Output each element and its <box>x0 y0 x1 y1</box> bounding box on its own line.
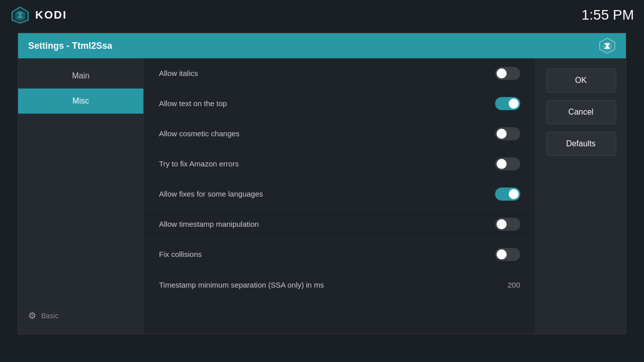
dialog-header: Settings - Ttml2Ssa <box>18 33 626 58</box>
toggle-knob-allow-cosmetic <box>497 129 507 139</box>
kodi-logo-icon <box>10 5 30 25</box>
toggle-timestamp-manip[interactable] <box>495 218 520 231</box>
setting-label-fix-collisions: Fix collisions <box>159 250 202 258</box>
toggle-fix-amazon[interactable] <box>495 157 520 170</box>
toggle-knob-fix-amazon <box>497 159 507 169</box>
setting-label-allow-cosmetic: Allow cosmetic changes <box>159 129 239 138</box>
setting-label-allow-italics: Allow italics <box>159 69 198 77</box>
setting-row-fix-collisions: Fix collisions <box>144 239 535 269</box>
setting-label-timestamp-manip: Allow timestamp manipulation <box>159 220 259 228</box>
toggle-allow-italics[interactable] <box>495 67 520 80</box>
dialog-title: Settings - Ttml2Ssa <box>28 41 112 51</box>
setting-row-allow-text-top: Allow text on the top <box>144 88 535 119</box>
right-panel: OK Cancel Defaults <box>535 58 626 334</box>
toggle-knob-fix-collisions <box>497 249 507 259</box>
ok-button[interactable]: OK <box>546 68 616 93</box>
kodi-header-icon <box>599 37 616 54</box>
setting-label-fixes-languages: Allow fixes for some languages <box>159 190 263 198</box>
settings-content: Allow italics Allow text on the top Allo… <box>144 58 535 334</box>
setting-label-fix-amazon: Try to fix Amazon errors <box>159 159 239 168</box>
dialog-body: Main Misc ⚙ Basic Allow italics Allow te… <box>18 58 626 334</box>
setting-row-allow-cosmetic: Allow cosmetic changes <box>144 119 535 149</box>
settings-dialog: Settings - Ttml2Ssa Main Misc ⚙ Basic <box>18 33 626 334</box>
time-display: 1:55 PM <box>582 7 634 23</box>
sidebar-bottom-label: Basic <box>41 312 58 320</box>
sidebar-item-main[interactable]: Main <box>18 63 143 88</box>
sidebar-item-misc[interactable]: Misc <box>18 88 143 114</box>
setting-row-allow-italics: Allow italics <box>144 58 535 88</box>
sidebar-bottom: ⚙ Basic <box>18 303 143 329</box>
toggle-fixes-languages[interactable] <box>495 188 520 201</box>
toggle-knob-allow-italics <box>497 68 507 78</box>
app-name: KODI <box>35 9 67 22</box>
setting-row-timestamp-sep: Timestamp minimum separation (SSA only) … <box>144 269 535 300</box>
toggle-allow-text-top[interactable] <box>495 97 520 110</box>
toggle-knob-timestamp-manip <box>497 219 507 229</box>
toggle-knob-allow-text-top <box>509 99 519 109</box>
setting-value-timestamp-sep[interactable]: 200 <box>508 281 520 289</box>
toggle-fix-collisions[interactable] <box>495 248 520 261</box>
gear-icon: ⚙ <box>28 310 36 321</box>
toggle-allow-cosmetic[interactable] <box>495 127 520 140</box>
setting-label-allow-text-top: Allow text on the top <box>159 99 227 108</box>
setting-row-fixes-languages: Allow fixes for some languages <box>144 179 535 209</box>
toggle-knob-fixes-languages <box>509 189 519 199</box>
sidebar: Main Misc ⚙ Basic <box>18 58 144 334</box>
setting-row-fix-amazon: Try to fix Amazon errors <box>144 149 535 179</box>
kodi-logo: KODI <box>10 5 67 25</box>
defaults-button[interactable]: Defaults <box>546 132 616 156</box>
setting-row-timestamp-manip: Allow timestamp manipulation <box>144 209 535 239</box>
cancel-button[interactable]: Cancel <box>546 100 616 124</box>
setting-label-timestamp-sep: Timestamp minimum separation (SSA only) … <box>159 281 324 289</box>
top-bar: KODI 1:55 PM <box>0 0 644 30</box>
